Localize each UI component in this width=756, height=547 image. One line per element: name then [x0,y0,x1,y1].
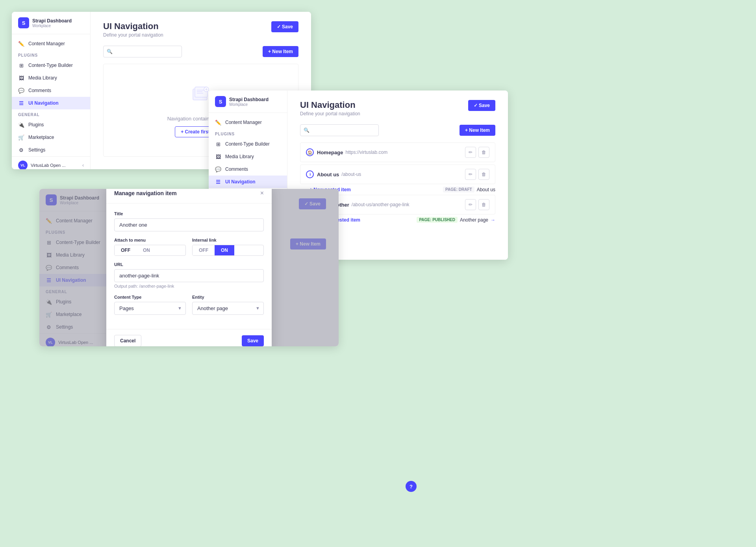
another-edit-btn[interactable]: ✏ [465,199,476,210]
content-type-select[interactable]: Pages [114,302,186,315]
attach-off-btn[interactable]: OFF [115,245,137,255]
brand-1: S Strapi Dashboard Workplace [12,12,90,34]
sidebar-item-settings-1[interactable]: ⚙ Settings [12,144,90,156]
cm-icon-2: ✏️ [215,119,221,126]
url-input[interactable] [114,269,264,282]
sidebar-label-ctb-2: Content-Type Builder [225,141,270,147]
cancel-button[interactable]: Cancel [114,335,141,347]
sidebar-label-settings-1: Settings [28,147,45,153]
search-wrap-2: 🔍 [300,124,379,136]
comments-icon-1: 💬 [18,87,24,94]
nav-item-aboutus: ℹ About us /about-us ✏ 🗑 [300,164,495,184]
attach-on-btn[interactable]: ON [137,245,156,255]
modal-title: Manage navigation item [114,190,177,196]
brand-icon-1: S [18,17,29,28]
sidebar-item-nav-1[interactable]: ☰ UI Navigation [12,97,90,109]
sidebar-item-media-2[interactable]: 🖼 Media Library [209,150,287,163]
search-icon-1: 🔍 [107,49,113,54]
sidebar-label-ctb-1: Content-Type Builder [28,63,73,68]
ctb-icon-2: ⊞ [215,141,221,147]
sidebar-item-comments-1[interactable]: 💬 Comments [12,84,90,97]
new-item-button-2[interactable]: + New Item [460,125,495,136]
nav-icon-1: ☰ [18,100,24,106]
save-button-1[interactable]: ✓ Save [271,21,298,32]
sidebar-item-ctb-2[interactable]: ⊞ Content-Type Builder [209,138,287,150]
search-input-1[interactable] [103,46,182,57]
homepage-name: Homepage [317,150,343,155]
url-hint: Output path: /another-page-link [114,284,264,288]
window-3: S Strapi Dashboard Workplace ✏️ Content … [39,189,339,346]
another-delete-btn[interactable]: 🗑 [478,199,489,210]
help-button-3[interactable]: ? [406,481,417,492]
published-badge-1: PAGE: PUBLISHED [417,217,458,223]
title-label: Title [114,211,264,216]
form-group-internal: Internal link OFF ON [192,238,264,256]
search-icon-2: 🔍 [304,128,309,133]
url-label: URL [114,262,264,267]
content-type-select-wrap: Pages ▼ [114,302,186,315]
settings-icon-1: ⚙ [18,147,24,153]
sidebar-item-comments-2[interactable]: 💬 Comments [209,163,287,176]
homepage-delete-btn[interactable]: 🗑 [478,147,489,158]
sidebar-item-content-manager-1[interactable]: ✏️ Content Manager [12,37,90,50]
internal-on-btn[interactable]: ON [215,245,234,255]
arrow-icon-1: → [491,217,495,223]
form-group-attach: Attach to menu OFF ON [114,238,186,256]
sidebar-item-cm-2[interactable]: ✏️ Content Manager [209,116,287,129]
brand-sub-1: Workplace [32,24,72,28]
sidebar-label-media-2: Media Library [225,154,254,159]
collapse-btn-1[interactable]: ‹ [82,163,84,168]
aboutus-delete-btn[interactable]: 🗑 [478,169,489,180]
homepage-path: https://virtuslab.com [345,150,387,155]
sidebar-label-comments-2: Comments [225,166,248,172]
nav-item-another: 🔗 Another /about-us/another-page-link ✏ … [313,195,495,214]
homepage-icon: 🏠 [306,148,314,156]
new-item-button-1[interactable]: + New Item [263,46,298,57]
brand-2: S Strapi Dashboard Workplace [209,91,287,113]
user-label-1: VirtusLab Open ... [31,163,79,168]
sidebar-item-media-1[interactable]: 🖼 Media Library [12,72,90,84]
modal-header: Manage navigation item × [106,189,272,203]
sidebar-item-marketplace-1[interactable]: 🛒 Marketplace [12,131,90,144]
internal-toggle: OFF ON [192,245,264,256]
page-subtitle-2: Define your portal navigation [300,111,360,116]
internal-off-btn[interactable]: OFF [193,245,215,255]
sidebar-item-plugins-1[interactable]: 🔌 Plugins [12,118,90,131]
sidebar-label-plugins-1: Plugins [28,122,44,128]
plugins-label-1: PLUGINS [12,50,90,59]
modal-overlay: Manage navigation item × Title Attach to… [39,189,339,346]
attach-label: Attach to menu [114,238,186,242]
aboutus-edit-btn[interactable]: ✏ [465,169,476,180]
form-group-entity: Entity Another page ▼ [192,295,264,315]
sidebar-label-nav-1: UI Navigation [28,100,59,106]
nested-row-another: 🔗 Another /about-us/another-page-link ✏ … [313,195,495,214]
search-input-2[interactable] [300,124,379,136]
sidebar-label-cm-1: Content Manager [28,41,65,46]
modal-close-button[interactable]: × [260,190,264,197]
homepage-actions: ✏ 🗑 [465,147,489,158]
sidebar-label-comments-1: Comments [28,88,51,93]
form-row-toggles: Attach to menu OFF ON Internal link OFF … [114,238,264,262]
brand-icon-2: S [215,96,226,107]
modal-footer: Cancel Save [106,329,272,347]
save-button-2[interactable]: ✓ Save [468,100,495,111]
nested-info-2: PAGE: PUBLISHED Another page → [417,217,495,223]
media-icon-2: 🖼 [215,153,221,160]
entity-select-wrap: Another page ▼ [192,302,264,315]
entity-select[interactable]: Another page [192,302,264,315]
title-input[interactable] [114,218,264,231]
sidebar-item-ctb-1[interactable]: ⊞ Content-Type Builder [12,59,90,72]
form-group-content-type: Content Type Pages ▼ [114,295,186,315]
content-type-label: Content Type [114,295,186,299]
homepage-edit-btn[interactable]: ✏ [465,147,476,158]
nested-add-row-2: + New nested item PAGE: PUBLISHED Anothe… [319,217,495,223]
form-group-url: URL Output path: /another-page-link [114,262,264,288]
general-label-1: GENERAL [12,109,90,118]
page-subtitle-1: Define your portal navigation [103,32,163,38]
sidebar-item-nav-2[interactable]: ☰ UI Navigation [209,176,287,188]
draft-page-name-1: About us [477,187,495,192]
modal-save-button[interactable]: Save [242,335,264,346]
nested-info-1: PAGE: DRAFT About us [443,187,495,192]
modal-body: Title Attach to menu OFF ON Internal lin… [106,203,272,329]
internal-label: Internal link [192,238,264,242]
